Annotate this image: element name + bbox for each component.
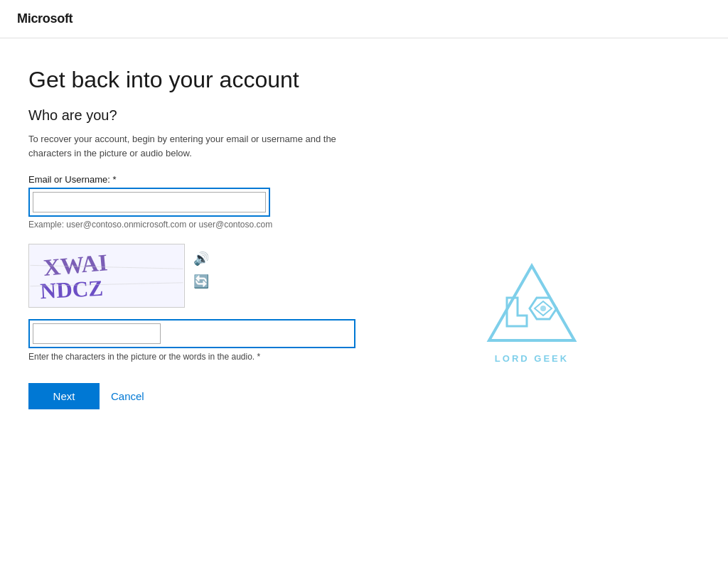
- page-container: Microsoft Get back into your account Who…: [0, 0, 728, 587]
- captcha-image: XWAI NDCZ: [28, 244, 185, 308]
- right-panel: LORD GEEK: [364, 67, 700, 559]
- main-content: Get back into your account Who are you? …: [0, 38, 728, 587]
- cancel-button[interactable]: Cancel: [111, 383, 144, 409]
- captcha-input-label: Enter the characters in the picture or t…: [28, 352, 364, 362]
- svg-marker-5: [489, 266, 574, 340]
- lord-geek-logo-svg: [486, 262, 578, 348]
- section-title: Who are you?: [28, 107, 364, 124]
- email-input[interactable]: [33, 192, 266, 212]
- captcha-section: XWAI NDCZ 🔊 🔄: [28, 244, 364, 308]
- header: Microsoft: [0, 0, 728, 38]
- microsoft-logo: Microsoft: [17, 11, 73, 26]
- email-example-text: Example: user@contoso.onmicrosoft.com or…: [28, 220, 364, 230]
- left-panel: Get back into your account Who are you? …: [28, 67, 364, 559]
- refresh-icon[interactable]: 🔄: [193, 274, 209, 289]
- captcha-input-section: Enter the characters in the picture or t…: [28, 319, 364, 362]
- next-button[interactable]: Next: [28, 383, 100, 409]
- captcha-input-wrapper: [28, 319, 355, 348]
- captcha-input[interactable]: [33, 323, 161, 344]
- lord-geek-text: LORD GEEK: [495, 353, 569, 364]
- audio-icon[interactable]: 🔊: [193, 251, 209, 266]
- action-buttons: Next Cancel: [28, 383, 364, 409]
- captcha-controls: 🔊 🔄: [193, 244, 209, 289]
- description-text: To recover your account, begin by enteri…: [28, 132, 364, 160]
- svg-point-9: [540, 306, 546, 311]
- email-field-group: Email or Username: * Example: user@conto…: [28, 174, 364, 230]
- lord-geek-logo: LORD GEEK: [486, 262, 578, 364]
- page-title: Get back into your account: [28, 67, 364, 93]
- email-field-wrapper: [28, 188, 270, 217]
- email-label: Email or Username: *: [28, 174, 364, 185]
- svg-text:NDCZ: NDCZ: [40, 276, 104, 304]
